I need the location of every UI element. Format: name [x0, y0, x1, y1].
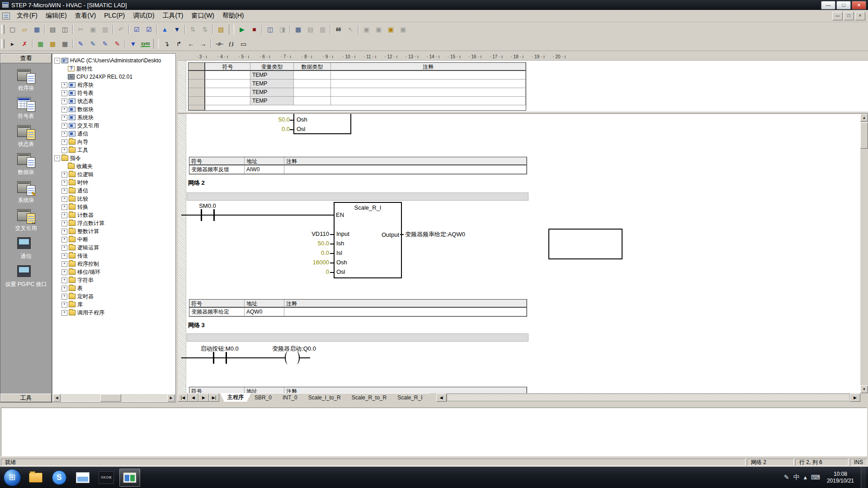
row-header-cell[interactable]	[189, 80, 205, 88]
options-icon[interactable]: ▧	[215, 24, 227, 35]
tree-expander-icon[interactable]: +	[61, 90, 67, 96]
tree-item-30[interactable]: +定时器	[54, 292, 175, 300]
tree-item-28[interactable]: +字符串	[54, 276, 175, 284]
table-cell[interactable]	[331, 97, 526, 105]
menu-item-1[interactable]: 文件(F)	[13, 10, 42, 21]
table-cell[interactable]	[205, 97, 250, 105]
scrollbar-thumb[interactable]	[860, 122, 868, 149]
tree-expander-icon[interactable]: +	[61, 204, 67, 210]
table-cell[interactable]: 变频器频率给定	[189, 308, 245, 316]
tree-expander-icon[interactable]: +	[61, 107, 67, 113]
scroll-left-icon[interactable]: ◀	[53, 394, 61, 402]
tree-item-26[interactable]: +程序控制	[54, 260, 175, 268]
sidebar-item-cross-reference[interactable]: ↔交叉引用	[0, 209, 52, 231]
tree-expander-icon[interactable]: +	[61, 229, 67, 235]
scroll-down-icon[interactable]: ▼	[860, 385, 868, 393]
ladder-vertical-scrollbar[interactable]: ▲ ▼	[860, 114, 868, 393]
hscroll-right-icon[interactable]: ▶	[850, 394, 860, 402]
show-desktop-button[interactable]	[861, 467, 866, 488]
mdi-minimize-button[interactable]: —	[832, 12, 843, 20]
trend-view-icon[interactable]: ▤	[304, 24, 316, 35]
tree-expander-icon[interactable]: +	[61, 188, 67, 194]
table-cell[interactable]	[331, 88, 526, 97]
tree-expander-icon[interactable]: +	[61, 212, 67, 218]
tree-expander-icon[interactable]: +	[61, 261, 67, 267]
tree-expander-icon[interactable]: +	[61, 131, 67, 137]
tree-expander-icon[interactable]: +	[61, 277, 67, 283]
sidebar-item-tools[interactable]: 工具	[0, 394, 52, 402]
tree-item-8[interactable]: +系统块	[54, 113, 175, 122]
box-element-icon[interactable]: ▭	[237, 38, 250, 49]
tree-expander-icon[interactable]: +	[61, 221, 67, 226]
bookmark-glasses-icon[interactable]: 66	[332, 24, 344, 35]
scroll-right-icon[interactable]: ▶	[167, 394, 175, 402]
scale-block-output-operand[interactable]: 变频器频率给定:AQW0	[405, 230, 465, 239]
status-chart-icon[interactable]: ▦	[292, 24, 304, 35]
print-icon[interactable]: ▤	[47, 24, 59, 35]
force-icon[interactable]: ▣	[360, 24, 373, 35]
tree-expander-icon[interactable]: +	[61, 172, 67, 178]
tree-item-3[interactable]: CPU 224XP REL 02.01	[54, 73, 175, 81]
tree-item-25[interactable]: +传送	[54, 252, 175, 260]
table-cell[interactable]	[205, 88, 250, 97]
pin-value[interactable]: 0.0	[273, 249, 329, 256]
tab-Scale_R_to_R[interactable]: Scale_R_to_R	[344, 393, 394, 402]
sidebar-item-data-block[interactable]: 数据块	[0, 153, 52, 175]
table-cell[interactable]: TEMP	[250, 88, 294, 97]
undo-icon[interactable]: ↶	[115, 24, 127, 35]
tree-item-7[interactable]: +数据块	[54, 105, 175, 113]
menu-item-8[interactable]: 帮助(H)	[218, 10, 248, 21]
print-preview-icon[interactable]: ◫	[59, 24, 71, 35]
tree-expander-icon[interactable]: +	[61, 115, 67, 121]
menu-item-3[interactable]: 查看(V)	[71, 10, 100, 21]
table-cell[interactable]	[294, 97, 331, 105]
step7-microwin-button[interactable]	[119, 469, 140, 487]
tree-item-32[interactable]: +调用子程序	[54, 309, 175, 317]
stop-icon[interactable]: ■	[248, 24, 260, 35]
network3-comment-bar[interactable]	[187, 333, 528, 342]
insert-column-icon[interactable]: ✎	[99, 38, 111, 49]
tree-item-9[interactable]: +交叉引用	[54, 122, 175, 130]
table-cell[interactable]: TEMP	[250, 71, 294, 80]
network3-contact-label[interactable]: 启动按钮:M0.0	[191, 345, 248, 353]
table-cell[interactable]	[205, 80, 250, 88]
mdi-restore-button[interactable]: □	[844, 12, 854, 20]
tree-item-22[interactable]: +整数计算	[54, 227, 175, 235]
save-icon[interactable]: ▦	[31, 24, 43, 35]
tab-last-icon[interactable]: ▶|	[209, 394, 219, 402]
cut-icon[interactable]: ✂	[75, 24, 87, 35]
tree-item-20[interactable]: +计数器	[54, 211, 175, 219]
network3-coil[interactable]	[293, 352, 300, 364]
maximize-button[interactable]: □	[836, 1, 851, 9]
row-header-cell[interactable]	[189, 97, 205, 105]
tab-first-icon[interactable]: |◀	[178, 394, 188, 402]
upload-icon[interactable]: ▲	[159, 24, 171, 35]
sidebar-item-program-block[interactable]: 程序块	[0, 69, 52, 91]
program-status-icon[interactable]: ◫	[264, 24, 276, 35]
open-file-icon[interactable]: ▱	[19, 24, 31, 35]
tab-主程序[interactable]: 主程序	[220, 393, 251, 402]
unforce-icon[interactable]: ▣	[373, 24, 385, 35]
pause-status-icon[interactable]: ◨	[276, 24, 288, 35]
tree-item-29[interactable]: +表	[54, 284, 175, 292]
single-read-icon[interactable]: ▥	[316, 24, 329, 35]
tree-item-21[interactable]: +浮点数计算	[54, 219, 175, 227]
tree-item-16[interactable]: +时钟	[54, 178, 175, 187]
tree-expander-icon[interactable]: −	[54, 58, 60, 64]
network3-title[interactable]: 网络 3	[188, 321, 205, 329]
line-down-icon[interactable]: ↴	[160, 38, 173, 49]
table-cell[interactable]	[294, 88, 331, 97]
symbol-table-toggle-icon[interactable]: ▼	[127, 38, 139, 49]
tree-expander-icon[interactable]: +	[61, 139, 67, 145]
toolbar-grip[interactable]	[1, 25, 5, 34]
sidebar-item-symbol-table[interactable]: 符号表	[0, 97, 52, 119]
pin-value[interactable]: 50.0	[249, 116, 290, 123]
network2-title[interactable]: 网络 2	[188, 179, 205, 187]
table-cell[interactable]: AQW0	[245, 308, 284, 316]
scrollbar-track[interactable]	[61, 394, 167, 402]
pou-comment-icon[interactable]: ▦	[34, 38, 47, 49]
tree-item-24[interactable]: +逻辑运算	[54, 244, 175, 252]
table-cell[interactable]: 变频器频率反馈	[189, 165, 245, 174]
line-up-icon[interactable]: ↱	[173, 38, 185, 49]
sidebar-item-set-pgpc-interface[interactable]: 设置 PG/PC 接口	[0, 265, 52, 287]
